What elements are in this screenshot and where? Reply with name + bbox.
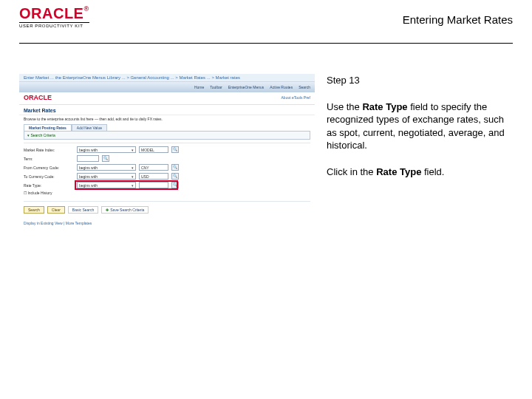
menu-item-routes[interactable]: Active Routes xyxy=(270,85,293,89)
field-to-currency[interactable]: USD xyxy=(139,173,168,180)
section-description: Browse to the enterprise accounts list h… xyxy=(19,115,315,124)
field-from-currency[interactable]: CNY xyxy=(139,164,168,171)
field-rate-type[interactable] xyxy=(139,182,168,188)
search-button[interactable]: Search xyxy=(24,206,44,214)
lookup-icon[interactable]: 🔍 xyxy=(171,173,179,180)
lookup-icon[interactable]: 🔍 xyxy=(102,155,109,162)
page-title: Entering Market Rates xyxy=(403,13,513,26)
header-divider xyxy=(19,43,513,44)
oracle-logo-text: ORACLE xyxy=(19,5,83,21)
lookup-icon[interactable]: 🔍 xyxy=(171,164,179,171)
checkbox-include-history[interactable]: ☐ Include History xyxy=(24,191,52,195)
op-from-currency[interactable]: begins with xyxy=(77,164,136,171)
save-search-link[interactable]: ✚Save Search Criteria xyxy=(101,206,149,214)
lookup-icon[interactable]: 🔍 xyxy=(171,146,179,153)
op-to-currency[interactable]: begins with xyxy=(77,173,136,180)
label-from-currency: From Currency Code: xyxy=(24,166,74,170)
menu-item-eone[interactable]: EnterpriseOne Menus xyxy=(228,85,265,89)
clear-button[interactable]: Clear xyxy=(47,206,65,214)
search-criteria-bar[interactable]: ▾ Search Criteria xyxy=(24,131,310,140)
app-menubar: Home Toolbar EnterpriseOne Menus Active … xyxy=(19,82,315,92)
label-market-rate-index: Market Rate Index: xyxy=(24,148,74,152)
tab-posting-rates[interactable]: Market Posting Rates xyxy=(24,124,72,131)
section-title: Market Rates xyxy=(19,105,315,115)
plus-icon: ✚ xyxy=(106,208,109,212)
label-to-currency: To Currency Code: xyxy=(24,174,74,179)
menu-item-home[interactable]: Home xyxy=(194,85,204,89)
app-oracle-logo: ORACLE xyxy=(24,94,52,101)
field-market-rate-index[interactable]: MODEL xyxy=(139,146,168,153)
window-titlebar: Enter Market ... the EnterpriseOne Menus… xyxy=(19,74,315,82)
oracle-tm: ® xyxy=(83,5,89,13)
op-rate-type[interactable]: begins with xyxy=(77,182,136,188)
instruction-pane: Step 13 Use the Rate Type field to speci… xyxy=(327,74,513,227)
step-label: Step 13 xyxy=(327,74,513,87)
label-rate-type: Rate Type: xyxy=(24,183,74,188)
instruction-p2: Click in the Rate Type field. xyxy=(327,166,513,179)
brand-block: ORACLE® USER PRODUCTIVITY KIT xyxy=(19,6,89,28)
basic-search-link[interactable]: Basic Search xyxy=(68,206,98,214)
app-help-links[interactable]: About eTools Pref xyxy=(282,95,310,100)
lookup-icon[interactable]: 🔍 xyxy=(171,182,179,188)
footer-links[interactable]: Display in Existing View | More Template… xyxy=(24,221,310,225)
brand-subtitle: USER PRODUCTIVITY KIT xyxy=(19,22,89,28)
app-screenshot: Enter Market ... the EnterpriseOne Menus… xyxy=(19,74,315,227)
tab-add-new[interactable]: Add New Value xyxy=(72,124,107,131)
field-term[interactable] xyxy=(77,155,99,162)
menu-item-toolbar[interactable]: Toolbar xyxy=(210,85,222,89)
label-term: Term: xyxy=(24,157,74,161)
oracle-logo: ORACLE® xyxy=(19,6,89,21)
search-form: Market Rate Index: begins with MODEL 🔍 T… xyxy=(24,143,310,195)
op-market-rate-index[interactable]: begins with xyxy=(77,146,136,153)
instruction-p1: Use the Rate Type field to specify the r… xyxy=(327,100,513,152)
menu-item-search[interactable]: Search xyxy=(299,85,310,89)
